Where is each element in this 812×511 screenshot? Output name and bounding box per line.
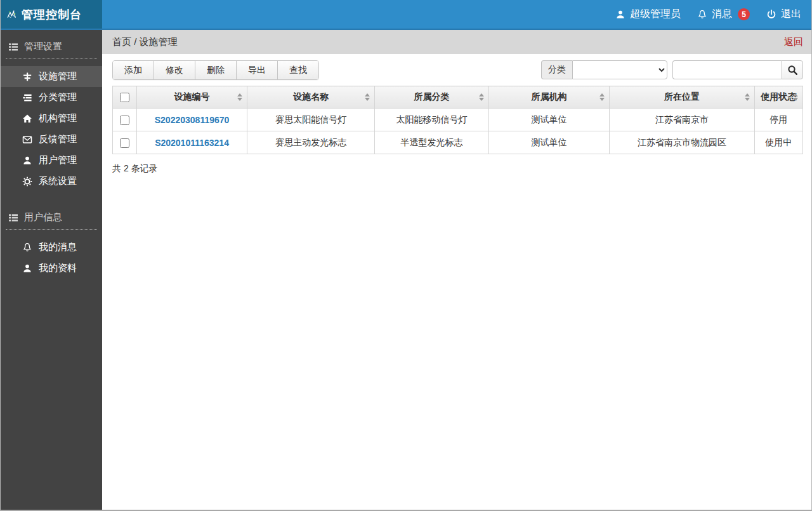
sort-icon[interactable] (745, 93, 750, 101)
row-checkbox[interactable] (120, 138, 129, 148)
search-icon (787, 65, 798, 76)
table-row: S20201011163214 赛思主动发光标志 半透型发光标志 测试单位 江苏… (113, 131, 803, 154)
header-category[interactable]: 所属分类 (375, 86, 489, 109)
facility-id-link[interactable]: S20201011163214 (155, 138, 229, 148)
sidebar-section-title: 用户信息 (24, 211, 62, 223)
table-row: S20220308119670 赛思太阳能信号灯 太阳能移动信号灯 测试单位 江… (113, 109, 803, 131)
status-cell: 使用中 (754, 131, 802, 154)
sidebar-item-facility-management[interactable]: 设施管理 (1, 66, 102, 87)
sidebar-item-label: 用户管理 (39, 154, 77, 166)
sidebar-item-my-profile[interactable]: 我的资料 (1, 258, 102, 279)
sidebar-section-admin-settings: 管理设置 (1, 30, 102, 58)
facility-id-link[interactable]: S20220308119670 (155, 115, 230, 125)
header-organization[interactable]: 所属机构 (488, 86, 609, 109)
sidebar-item-label: 分类管理 (39, 91, 77, 103)
app-logo-icon (6, 10, 16, 20)
sidebar-item-category-management[interactable]: 分类管理 (1, 87, 102, 108)
divider (6, 58, 97, 59)
sort-icon[interactable] (365, 93, 370, 101)
current-user-button[interactable]: 超级管理员 (615, 8, 681, 21)
current-user-label: 超级管理员 (630, 8, 681, 21)
breadcrumb-bar: 首页 / 设施管理 返回 (102, 30, 811, 54)
export-button[interactable]: 导出 (237, 61, 278, 79)
facility-table-wrap: 设施编号 设施名称 所属分类 所属机构 所在位置 使用状态 S202203081… (112, 86, 803, 154)
search-button[interactable] (782, 60, 803, 79)
search-group (672, 60, 803, 79)
sidebar-section-title: 管理设置 (24, 41, 62, 53)
sort-icon[interactable] (599, 93, 605, 101)
envelope-icon (22, 135, 32, 145)
sidebar-item-system-settings[interactable]: 系统设置 (1, 171, 102, 192)
header-facility-name[interactable]: 设施名称 (247, 86, 375, 109)
sidebar-item-my-messages[interactable]: 我的消息 (1, 237, 102, 258)
home-icon (22, 114, 32, 124)
edit-button[interactable]: 修改 (154, 61, 195, 79)
sidebar-item-label: 我的消息 (39, 241, 77, 253)
bell-icon (697, 10, 707, 20)
select-all-checkbox[interactable] (120, 93, 129, 102)
th-list-icon (8, 213, 18, 223)
sidebar-item-feedback-management[interactable]: 反馈管理 (1, 129, 102, 150)
category-cell: 半透型发光标志 (375, 131, 489, 154)
topbar: 管理控制台 超级管理员 消息 5 (1, 0, 811, 30)
find-button[interactable]: 查找 (278, 61, 318, 79)
row-checkbox[interactable] (120, 116, 129, 125)
app-window: 管理控制台 超级管理员 消息 5 (0, 0, 812, 511)
sidebar-item-organization-management[interactable]: 机构管理 (1, 108, 102, 129)
delete-button[interactable]: 删除 (195, 61, 237, 79)
sidebar-section-user-info: 用户信息 我的消息 我的资料 (1, 201, 102, 279)
table-header-row: 设施编号 设施名称 所属分类 所属机构 所在位置 使用状态 (113, 86, 803, 109)
messages-label: 消息 (712, 8, 732, 21)
road-icon (22, 72, 32, 82)
action-button-group: 添加 修改 删除 导出 查找 (112, 60, 319, 80)
sort-icon[interactable] (237, 93, 242, 101)
divider (6, 229, 97, 230)
sidebar-item-label: 反馈管理 (39, 133, 77, 145)
gear-icon (22, 176, 32, 187)
record-count: 共 2 条记录 (112, 163, 811, 175)
status-cell: 停用 (754, 109, 802, 131)
sort-icon[interactable] (479, 93, 484, 101)
location-cell: 江苏省南京市物流园区 (610, 131, 754, 154)
th-list-icon (8, 42, 18, 52)
add-button[interactable]: 添加 (113, 61, 154, 79)
facility-name-cell: 赛思太阳能信号灯 (247, 109, 375, 131)
header-status[interactable]: 使用状态 (754, 86, 802, 109)
category-filter-label: 分类 (541, 60, 572, 79)
facility-name-cell: 赛思主动发光标志 (247, 131, 375, 154)
category-icon (22, 93, 32, 103)
user-icon (22, 156, 32, 166)
sidebar: 管理设置 设施管理 (1, 30, 102, 510)
header-checkbox-cell (113, 86, 137, 109)
logout-button[interactable]: 退出 (766, 8, 801, 21)
location-cell: 江苏省南京市 (610, 109, 754, 131)
messages-button[interactable]: 消息 5 (697, 8, 750, 21)
sidebar-item-label: 机构管理 (39, 112, 77, 124)
sidebar-item-label: 我的资料 (39, 262, 77, 274)
row-checkbox-cell (113, 109, 137, 131)
category-filter-group: 分类 (541, 60, 667, 79)
brand-title: 管理控制台 (22, 7, 82, 22)
bell-icon (22, 242, 32, 253)
organization-cell: 测试单位 (488, 131, 609, 154)
messages-count-badge: 5 (738, 8, 750, 20)
sidebar-item-label: 系统设置 (39, 175, 77, 187)
topbar-right: 超级管理员 消息 5 退出 (102, 0, 811, 29)
brand: 管理控制台 (1, 0, 102, 29)
back-button[interactable]: 返回 (784, 36, 803, 48)
logout-label: 退出 (781, 8, 801, 21)
category-select[interactable] (572, 60, 667, 79)
main-content: 首页 / 设施管理 返回 添加 修改 删除 导出 查找 分类 (102, 30, 811, 510)
row-checkbox-cell (113, 131, 137, 154)
header-facility-id[interactable]: 设施编号 (137, 86, 247, 109)
sidebar-item-user-management[interactable]: 用户管理 (1, 150, 102, 171)
breadcrumb: 首页 / 设施管理 (112, 36, 178, 48)
toolbar: 添加 修改 删除 导出 查找 分类 (102, 54, 811, 86)
power-icon (766, 10, 776, 20)
sort-icon[interactable] (793, 93, 798, 101)
header-location[interactable]: 所在位置 (610, 86, 754, 109)
category-cell: 太阳能移动信号灯 (375, 109, 489, 131)
search-input[interactable] (672, 60, 782, 79)
facility-table: 设施编号 设施名称 所属分类 所属机构 所在位置 使用状态 S202203081… (112, 86, 803, 154)
user-icon (615, 10, 625, 20)
